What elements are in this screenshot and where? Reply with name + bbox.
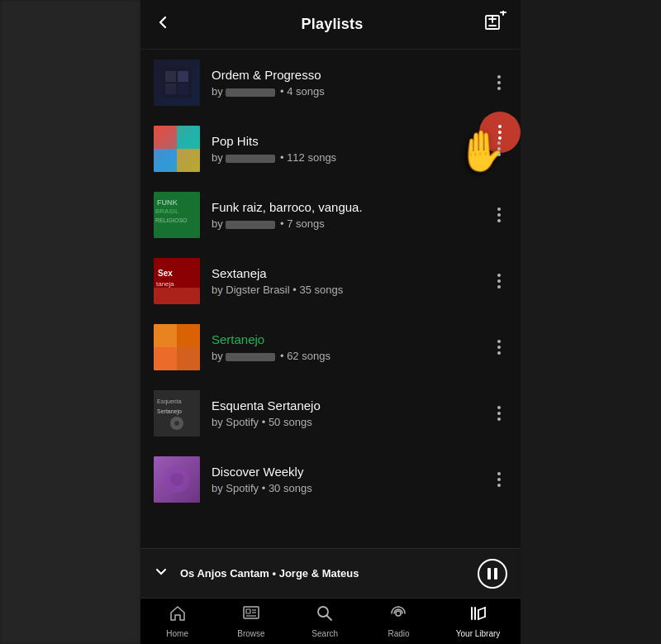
svg-rect-10 xyxy=(177,149,200,172)
more-options-button[interactable] xyxy=(491,333,507,361)
header: Playlists xyxy=(140,0,521,50)
bottom-navigation: Home Browse Search xyxy=(140,598,521,644)
playlist-info: Sextaneja by Digster Brasil • 35 songs xyxy=(212,266,491,296)
playlist-info: Esquenta Sertanejo by Spotify • 50 songs xyxy=(212,398,491,428)
svg-rect-24 xyxy=(177,347,200,370)
playlist-thumb xyxy=(154,324,200,370)
creator-redacted xyxy=(226,221,275,229)
radio-icon xyxy=(389,604,407,627)
svg-rect-15 xyxy=(154,192,200,238)
nav-radio[interactable]: Radio xyxy=(372,601,425,642)
svg-rect-5 xyxy=(178,83,188,94)
add-playlist-button[interactable] xyxy=(484,11,507,38)
list-item[interactable]: Discover Weekly by Spotify • 30 songs xyxy=(140,446,521,513)
nav-radio-label: Radio xyxy=(388,629,409,638)
browse-icon xyxy=(242,604,260,627)
collapse-icon xyxy=(154,565,169,583)
playlist-info: Funk raiz, barroco, vangua. by • 7 songs xyxy=(212,200,491,230)
playlist-thumb xyxy=(154,126,200,172)
playlist-thumb: Esquenta Sertanejo xyxy=(154,390,200,436)
playlist-name: Sextaneja xyxy=(212,266,491,280)
playlist-meta: by Spotify • 50 songs xyxy=(212,416,491,428)
list-item[interactable]: FUNK BRASIL RELIGIOSO Funk raiz, barroco… xyxy=(140,182,521,248)
creator-redacted xyxy=(226,155,275,163)
svg-rect-3 xyxy=(178,71,188,82)
playlist-info: Pop Hits by • 112 songs xyxy=(212,134,491,164)
playlist-meta: by • 62 songs xyxy=(212,350,491,362)
search-icon xyxy=(316,604,334,627)
phone-screen: Playlists xyxy=(140,0,521,644)
playlist-thumb: Sex taneja xyxy=(154,258,200,304)
back-button[interactable] xyxy=(154,13,180,36)
svg-line-46 xyxy=(478,617,485,619)
nav-browse-label: Browse xyxy=(237,629,264,638)
more-options-button[interactable] xyxy=(491,201,507,229)
playlist-info: Ordem & Progresso by • 4 songs xyxy=(212,68,491,98)
svg-rect-9 xyxy=(154,149,177,172)
playlist-info: Discover Weekly by Spotify • 30 songs xyxy=(212,465,491,494)
more-options-button[interactable] xyxy=(491,135,507,163)
list-item[interactable]: Sertanejo by • 62 songs xyxy=(140,314,521,380)
playlist-info: Sertanejo by • 62 songs xyxy=(212,332,491,362)
playlist-list: Ordem & Progresso by • 4 songs xyxy=(140,50,521,548)
playlist-meta: by • 4 songs xyxy=(212,85,491,98)
more-options-button[interactable] xyxy=(491,267,507,295)
nav-library-label: Your Library xyxy=(456,629,501,638)
creator-redacted xyxy=(226,88,275,97)
svg-rect-36 xyxy=(246,609,250,613)
playlist-meta: by Digster Brasil • 35 songs xyxy=(212,284,491,296)
library-icon xyxy=(469,604,487,627)
svg-text:Sex: Sex xyxy=(158,269,173,278)
list-item[interactable]: Ordem & Progresso by • 4 songs xyxy=(140,50,521,116)
playlist-thumb xyxy=(154,60,200,106)
svg-point-32 xyxy=(170,473,183,486)
svg-line-45 xyxy=(478,608,485,610)
svg-rect-8 xyxy=(177,126,200,149)
svg-rect-34 xyxy=(494,568,497,580)
svg-text:Sertanejo: Sertanejo xyxy=(157,408,182,415)
svg-point-29 xyxy=(174,421,179,426)
creator-name: Spotify xyxy=(226,416,259,428)
now-playing-track: Os Anjos Cantam • Jorge & Mateus xyxy=(180,567,469,580)
nav-search-label: Search xyxy=(311,629,338,638)
svg-rect-7 xyxy=(154,126,177,149)
now-playing-info: Os Anjos Cantam • Jorge & Mateus xyxy=(180,567,469,580)
creator-name: Spotify xyxy=(226,482,259,494)
creator-name: Digster Brasil xyxy=(226,284,289,296)
more-options-button[interactable] xyxy=(491,69,507,97)
svg-rect-21 xyxy=(154,324,177,347)
playlist-meta: by • 112 songs xyxy=(212,151,491,164)
svg-text:taneja: taneja xyxy=(156,280,174,288)
nav-search[interactable]: Search xyxy=(298,601,351,642)
now-playing-bar[interactable]: Os Anjos Cantam • Jorge & Mateus xyxy=(140,548,521,598)
playlist-thumb xyxy=(154,456,200,503)
pause-button[interactable] xyxy=(478,559,507,589)
svg-line-41 xyxy=(327,616,332,621)
list-item[interactable]: Pop Hits by • 112 songs 🤚 xyxy=(140,116,521,182)
svg-rect-2 xyxy=(165,71,176,82)
playlist-meta: by • 7 songs xyxy=(212,217,491,230)
nav-home[interactable]: Home xyxy=(151,601,204,642)
playlist-name: Funk raiz, barroco, vangua. xyxy=(212,200,491,214)
playlist-meta: by Spotify • 30 songs xyxy=(212,482,491,494)
more-options-button[interactable] xyxy=(491,399,507,427)
svg-rect-4 xyxy=(165,83,176,94)
svg-rect-19 xyxy=(154,288,200,304)
playlist-name: Esquenta Sertanejo xyxy=(212,398,491,413)
playlist-thumb: FUNK BRASIL RELIGIOSO xyxy=(154,192,200,238)
svg-text:Esquenta: Esquenta xyxy=(157,398,182,405)
nav-browse[interactable]: Browse xyxy=(225,601,278,642)
nav-library[interactable]: Your Library xyxy=(446,601,511,642)
playlist-name: Ordem & Progresso xyxy=(212,68,491,82)
more-options-button[interactable] xyxy=(491,465,507,494)
creator-redacted xyxy=(226,353,275,361)
nav-home-label: Home xyxy=(166,629,188,638)
svg-rect-22 xyxy=(177,324,200,347)
home-icon xyxy=(169,604,187,627)
svg-rect-23 xyxy=(154,347,177,370)
separator: • xyxy=(273,567,279,580)
playlist-name: Pop Hits xyxy=(212,134,491,148)
svg-rect-33 xyxy=(487,568,491,580)
list-item[interactable]: Sex taneja Sextaneja by Digster Brasil •… xyxy=(140,248,521,314)
list-item[interactable]: Esquenta Sertanejo Esquenta Sertanejo by… xyxy=(140,380,521,446)
